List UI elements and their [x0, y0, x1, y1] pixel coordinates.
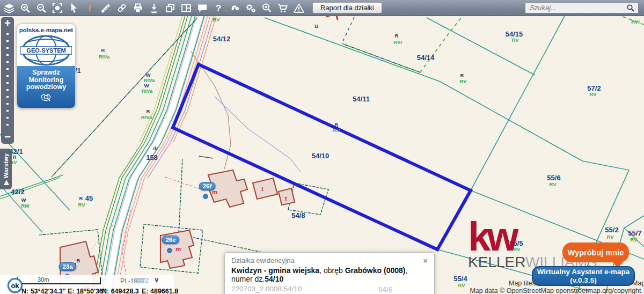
cloud-download-icon[interactable]	[229, 2, 240, 14]
scale-bar	[17, 277, 101, 284]
parcel-report-button[interactable]: Raport dla działki	[312, 2, 382, 13]
assistant-try-me-bubble[interactable]: Wypróbuj mnie	[562, 242, 629, 262]
parcel-boundary	[624, 216, 644, 247]
help-icon[interactable]: ?	[213, 2, 224, 14]
address-marker[interactable]: 23a	[58, 262, 76, 271]
parcel-info-popup: Działka ewidencyjna × Kwidzyn - gmina wi…	[224, 252, 435, 294]
e-mapa-app: 54/1254/1454/1554/1157/254/1055/654/842/…	[0, 0, 644, 294]
assistant-version: (v.0.3.5)	[533, 276, 634, 285]
zoom-slider[interactable]	[6, 33, 9, 128]
layers-icon[interactable]	[3, 2, 15, 14]
landuse-dashed	[342, 17, 354, 43]
search-box[interactable]	[525, 2, 639, 13]
ok-button[interactable]: ok	[8, 278, 23, 293]
search-input[interactable]	[529, 3, 626, 12]
parcel-label-54-2: 54/2	[135, 276, 149, 284]
link-icon[interactable]	[116, 2, 128, 14]
svg-text:i: i	[88, 3, 91, 13]
toolbar: i? Raport dla działki	[0, 0, 644, 16]
flood-magnifier-icon	[40, 93, 52, 102]
chevron-down-icon[interactable]: ∨	[154, 276, 159, 284]
parcel-description-part: 54/10	[265, 275, 283, 283]
full-extent-icon[interactable]	[52, 2, 63, 14]
building	[253, 178, 277, 199]
cart-icon[interactable]	[277, 2, 289, 14]
copy-view-icon[interactable]	[164, 2, 176, 14]
grid-coordinate-e: E: 489661.8	[142, 288, 178, 294]
assistant-label: Wirtualny Asystent e-mapa	[533, 268, 634, 276]
parcel-boundary	[427, 18, 535, 75]
flood-line: Monitoring	[17, 77, 75, 84]
geosystem-card[interactable]: polska.e-mapa.net GEO-SYSTEM Sprawdź Mon…	[17, 24, 76, 108]
parcel-description-part: Grabówko (0008)	[345, 266, 406, 275]
attribution-fragment: Map tiles	[509, 280, 536, 287]
scale-label: 30m	[38, 276, 49, 283]
utility-dashed	[165, 177, 200, 189]
attribution-line[interactable]: Map data © OpenStreetMap openstreetmap.o…	[470, 287, 643, 294]
settings-icon[interactable]	[245, 2, 257, 14]
zoom-out-button[interactable]: −	[1, 131, 14, 144]
popup-title: Działka ewidencyjna	[231, 256, 295, 264]
geosystem-globe-logo: GEO-SYSTEM	[20, 34, 72, 67]
building	[279, 188, 295, 205]
panels-icon[interactable]	[180, 2, 192, 14]
chat-icon[interactable]	[196, 2, 208, 14]
zoom-control: + −	[1, 17, 14, 144]
flood-line: powodziowy	[17, 84, 75, 91]
layers-tab-label: ▶ Warstwy	[0, 149, 12, 189]
flood-monitoring-banner[interactable]: Sprawdź Monitoring powodziowy	[17, 66, 75, 108]
parcel-boundary	[0, 185, 42, 232]
print-icon[interactable]	[132, 2, 144, 14]
add-point-icon[interactable]	[148, 2, 160, 14]
utility-line	[215, 97, 301, 172]
close-icon[interactable]: ×	[423, 257, 428, 264]
address-marker[interactable]: 26f	[199, 182, 216, 190]
search-icon[interactable]	[626, 4, 635, 12]
address-marker[interactable]: 26e	[162, 236, 179, 244]
parcel-description-part: Kwidzyn - gmina wiejska	[231, 266, 319, 275]
grid-coordinate-n: N: 649428.3	[102, 288, 139, 294]
flood-line: Sprawdź	[17, 69, 75, 77]
zoom-in-icon[interactable]	[19, 2, 31, 14]
pointer-icon[interactable]	[68, 2, 79, 14]
info-icon[interactable]: i	[84, 2, 96, 14]
status-bar: 30m PL-1992 54/2 ∨ N: 53°42'34.3" E: 18°…	[0, 275, 174, 294]
parcel-description: Kwidzyn - gmina wiejska, obręb Grabówko …	[231, 266, 428, 283]
survey-tick	[199, 156, 213, 158]
measure-icon[interactable]	[100, 2, 112, 14]
site-name: polska.e-mapa.net	[17, 27, 75, 33]
geo-coordinates: N: 53°42'34.3" E: 18°50'36"	[21, 288, 106, 294]
landuse-dashed	[623, 17, 644, 25]
virtual-assistant-button[interactable]: Wirtualny Asystent e-mapa (v.0.3.5)	[532, 266, 635, 286]
landuse-dashed	[420, 16, 463, 72]
svg-text:GEO-SYSTEM: GEO-SYSTEM	[26, 47, 65, 54]
zoom-in-button[interactable]: +	[1, 17, 14, 30]
warning-icon[interactable]	[293, 2, 305, 14]
parcel-boundary	[471, 16, 565, 190]
toolbar-icons: i?	[3, 2, 305, 14]
search-area-icon[interactable]	[261, 2, 273, 14]
map-canvas[interactable]	[0, 0, 644, 294]
parcel-description-part: , obręb	[319, 266, 345, 275]
zoom-out-icon[interactable]	[35, 2, 47, 14]
parcel-id: 220703_2.0008.54/10	[231, 285, 428, 293]
svg-text:?: ?	[216, 3, 221, 13]
layers-panel-tab[interactable]: ▶ Warstwy	[0, 149, 12, 189]
